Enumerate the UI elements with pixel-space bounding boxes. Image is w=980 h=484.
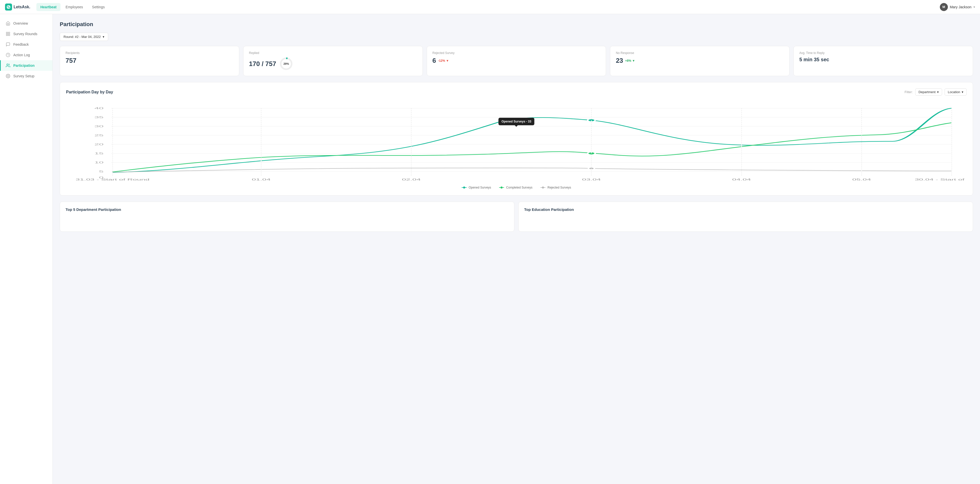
- chevron-down-icon: ▾: [103, 35, 104, 39]
- filter-department-label: Department: [918, 90, 935, 94]
- stat-value-no-response: 23: [616, 57, 623, 65]
- chevron-down-icon: ▾: [962, 90, 963, 94]
- filter-location-dropdown[interactable]: Location ▾: [945, 88, 967, 96]
- filter-label: Filter:: [904, 90, 913, 94]
- people-icon: [6, 63, 10, 68]
- svg-text:01.04: 01.04: [252, 178, 270, 181]
- svg-text:35: 35: [94, 116, 104, 119]
- stat-label-rejected: Rejected Survey: [433, 51, 600, 55]
- svg-text:03.04: 03.04: [582, 178, 601, 181]
- bottom-card-education: Top Education Participation: [519, 202, 973, 232]
- stat-sub-rejected: 6 -12% ▼: [433, 57, 600, 65]
- sidebar-label-survey-setup: Survey Setup: [13, 74, 34, 78]
- chart-header: Participation Day by Day Filter: Departm…: [66, 88, 967, 96]
- svg-text:30.04 - Start of Round: 30.04 - Start of Round: [915, 178, 967, 181]
- logo-icon: [5, 3, 12, 11]
- svg-text:30: 30: [94, 125, 104, 128]
- chart-legend: Opened Surveys Completed Surveys: [66, 186, 967, 189]
- sidebar-label-survey-rounds: Survey Rounds: [13, 32, 37, 36]
- svg-text:10: 10: [94, 161, 104, 164]
- nav-tab-heartbeat[interactable]: Heartbeat: [37, 3, 61, 11]
- chevron-down-icon: ▾: [937, 90, 939, 94]
- list-icon: [6, 32, 10, 36]
- stat-card-replied: Replied 170 / 757 29%: [243, 46, 423, 76]
- logo[interactable]: LetsAsk.: [5, 3, 30, 11]
- nav-tab-employees[interactable]: Employees: [62, 3, 87, 11]
- nav-tabs: Heartbeat Employees Settings: [37, 3, 109, 11]
- sidebar-item-feedback[interactable]: Feedback: [0, 39, 52, 50]
- stat-card-no-response: No Response 23 +8% ▼: [610, 46, 789, 76]
- chart-filters: Filter: Department ▾ Location ▾: [904, 88, 967, 96]
- svg-text:04.04: 04.04: [732, 178, 751, 181]
- sidebar: Overview Survey Rounds Feedback Action L…: [0, 14, 53, 484]
- bottom-card-title-education: Top Education Participation: [524, 207, 967, 212]
- round-selector[interactable]: Round: #2 - Mar 04, 2022 ▾: [60, 33, 108, 41]
- chevron-down-icon: ▾: [974, 5, 975, 9]
- svg-text:20: 20: [94, 143, 104, 146]
- topnav: LetsAsk. Heartbeat Employees Settings M …: [0, 0, 980, 14]
- sidebar-item-overview[interactable]: Overview: [0, 18, 52, 29]
- sidebar-label-overview: Overview: [13, 21, 28, 25]
- stat-value-avg-time: 5 min 35 sec: [799, 57, 967, 62]
- chat-icon: [6, 42, 10, 47]
- stat-card-avg-time: Avg. Time to Reply 5 min 35 sec: [794, 46, 973, 76]
- user-menu[interactable]: M Mary Jackson ▾: [940, 3, 975, 11]
- filter-department-dropdown[interactable]: Department ▾: [915, 88, 942, 96]
- sidebar-item-survey-rounds[interactable]: Survey Rounds: [0, 29, 52, 39]
- svg-point-6: [8, 76, 9, 77]
- chart-area: Opened Surveys - 33 40 35 30 25: [66, 101, 967, 182]
- filter-location-label: Location: [948, 90, 960, 94]
- svg-text:5: 5: [99, 170, 103, 173]
- sidebar-label-feedback: Feedback: [13, 42, 29, 46]
- stat-change-rejected: -12% ▼: [438, 59, 449, 62]
- stat-label-avg-time: Avg. Time to Reply: [799, 51, 967, 55]
- legend-label-rejected: Rejected Surveys: [547, 186, 571, 189]
- svg-text:15: 15: [94, 152, 104, 155]
- svg-rect-3: [6, 34, 8, 36]
- chart-section: Participation Day by Day Filter: Departm…: [60, 82, 973, 196]
- svg-text:31.03 - Start of Round: 31.03 - Start of Round: [76, 178, 150, 181]
- sidebar-item-participation[interactable]: Participation: [0, 60, 52, 71]
- legend-item-completed: Completed Surveys: [499, 186, 533, 189]
- svg-point-5: [7, 64, 8, 65]
- legend-label-completed: Completed Surveys: [506, 186, 533, 189]
- page-title: Participation: [60, 21, 973, 28]
- svg-rect-0: [6, 32, 8, 33]
- stat-card-recipients: Recipients 757: [60, 46, 239, 76]
- gear-icon: [6, 74, 10, 78]
- stat-label-recipients: Recipients: [65, 51, 234, 55]
- logo-text: LetsAsk.: [14, 5, 30, 9]
- svg-text:02.04: 02.04: [402, 178, 421, 181]
- stat-value-rejected: 6: [433, 57, 436, 65]
- sidebar-label-participation: Participation: [13, 64, 35, 67]
- donut-label: 29%: [283, 62, 289, 65]
- home-icon: [6, 21, 10, 25]
- bottom-cards: Top 5 Department Participation Top Educa…: [60, 202, 973, 232]
- stat-chart-wrap-replied: 170 / 757 29%: [249, 57, 417, 71]
- bottom-card-department: Top 5 Department Participation: [60, 202, 514, 232]
- main-content: Participation Round: #2 - Mar 04, 2022 ▾…: [53, 14, 980, 484]
- stat-label-replied: Replied: [249, 51, 417, 55]
- svg-text:25: 25: [94, 134, 104, 137]
- stat-card-rejected: Rejected Survey 6 -12% ▼: [427, 46, 606, 76]
- stat-value-replied: 170 / 757: [249, 60, 276, 68]
- stat-value-recipients: 757: [65, 57, 234, 65]
- sidebar-item-survey-setup[interactable]: Survey Setup: [0, 71, 52, 81]
- donut-chart: 29%: [279, 57, 293, 71]
- avatar: M: [940, 3, 948, 11]
- legend-item-rejected: Rejected Surveys: [541, 186, 571, 189]
- round-selector-label: Round: #2 - Mar 04, 2022: [64, 35, 101, 39]
- clock-icon: [6, 53, 10, 57]
- svg-text:40: 40: [94, 107, 104, 110]
- sidebar-label-action-log: Action Log: [13, 53, 30, 57]
- chart-svg: 40 35 30 25 20 15 10 5 0: [66, 101, 967, 181]
- bottom-card-title-department: Top 5 Department Participation: [65, 207, 509, 212]
- legend-label-opened: Opened Surveys: [469, 186, 491, 189]
- sidebar-item-action-log[interactable]: Action Log: [0, 50, 52, 60]
- svg-rect-2: [8, 34, 10, 36]
- stat-sub-no-response: 23 +8% ▼: [616, 57, 784, 65]
- stat-label-no-response: No Response: [616, 51, 784, 55]
- nav-tab-settings[interactable]: Settings: [88, 3, 109, 11]
- stat-cards: Recipients 757 Replied 170 / 757 29%: [60, 46, 973, 76]
- svg-rect-1: [8, 32, 10, 33]
